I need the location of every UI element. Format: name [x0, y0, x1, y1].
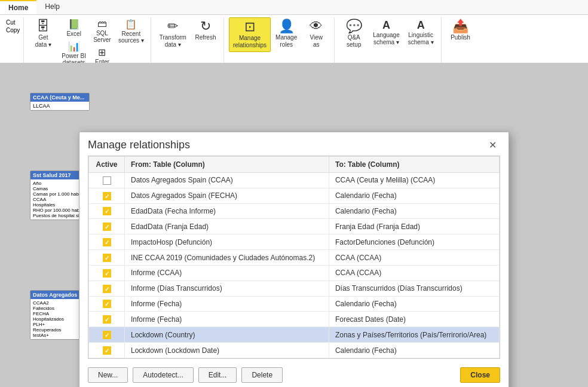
checkbox-checked: ✓	[103, 207, 111, 215]
dialog-title: Manage relationships	[88, 139, 190, 151]
ribbon-tab-bar: Home Help	[0, 0, 588, 15]
checkbox-checked: ✓	[103, 285, 111, 293]
checkbox-checked: ✓	[103, 223, 111, 231]
cell-from: Informe (Fecha)	[125, 296, 329, 312]
cell-from: EdadData (Fecha Informe)	[125, 203, 329, 219]
checkbox-checked: ✓	[103, 315, 111, 324]
cell-to: Calendario (Fecha)	[329, 188, 499, 203]
cell-active[interactable]: ✓	[89, 343, 125, 358]
cell-from: Informe (Días Transcurridos)	[125, 281, 329, 296]
sql-server-button[interactable]: 🗃 SQLServer	[90, 17, 114, 44]
cell-active[interactable]: ✓	[89, 265, 125, 281]
delete-button[interactable]: Delete	[241, 367, 283, 383]
checkbox-checked: ✓	[103, 192, 111, 200]
col-active: Active	[89, 157, 125, 173]
publish-icon: 📤	[452, 20, 468, 33]
manage-roles-icon: 👤	[278, 20, 295, 33]
cut-button[interactable]: Cut	[6, 19, 20, 26]
table-row[interactable]: ✓INE CCAA 2019 (Comunidades y Ciudades A…	[89, 250, 500, 266]
view-as-button[interactable]: 👁 Viewas	[302, 17, 330, 51]
table-row[interactable]: ✓Informe (CCAA)CCAA (CCAA)	[89, 265, 500, 281]
cell-from: Datos Agregados Spain (FECHA)	[125, 188, 329, 203]
linguistic-schema-button[interactable]: A Linguisticschema ▾	[405, 17, 437, 48]
close-button[interactable]: Close	[460, 367, 500, 383]
cell-to: Calendario (Fecha)	[329, 203, 499, 219]
linguistic-icon: A	[417, 20, 425, 31]
table-row[interactable]: ✓EdadData (Fecha Informe)Calendario (Fec…	[89, 203, 500, 219]
footer-right: Close	[460, 367, 500, 383]
qa-setup-button[interactable]: 💬 Q&Asetup	[339, 17, 368, 51]
table-header-row: Active From: Table (Column) To: Table (C…	[89, 157, 500, 173]
cell-to: Calendario (Fecha)	[329, 343, 499, 358]
cell-active[interactable]	[89, 173, 125, 188]
table-row[interactable]: ✓Informe (Días Transcurridos)Días Transc…	[89, 281, 500, 296]
cell-to: Forecast Dates (Date)	[329, 312, 499, 327]
manage-roles-button[interactable]: 👤 Manageroles	[272, 17, 301, 51]
refresh-icon: ↻	[200, 20, 211, 33]
cell-to: CCAA (CCAA)	[329, 250, 499, 266]
cell-active[interactable]: ✓	[89, 312, 125, 327]
table-row[interactable]: ✓ImpactoHosp (Defunción)FactorDefuncione…	[89, 234, 500, 250]
dialog-footer: New... Autodetect... Edit... Delete Clos…	[79, 359, 509, 387]
cell-active[interactable]: ✓	[89, 188, 125, 203]
cell-from: Lockdown (Lockdown Date)	[125, 343, 329, 358]
cell-to: FactorDefunciones (Defunción)	[329, 234, 499, 250]
recent-sources-button[interactable]: 📋 Recentsources ▾	[115, 17, 147, 45]
table-row[interactable]: ✓Informe (Fecha)Forecast Dates (Date)	[89, 312, 500, 327]
checkbox-checked: ✓	[103, 269, 111, 278]
table-row[interactable]: ✓Lockdown (Lockdown Date)Calendario (Fec…	[89, 343, 500, 358]
manage-relationships-button[interactable]: ⊡ Managerelationships	[229, 17, 271, 52]
table-row[interactable]: ✓EdadData (Franja Edad)Franja Edad (Fran…	[89, 219, 500, 234]
checkbox-checked: ✓	[103, 238, 111, 246]
cell-active[interactable]: ✓	[89, 296, 125, 312]
recent-sources-icon: 📋	[125, 19, 137, 30]
table-row[interactable]: Datos Agregados Spain (CCAA)CCAA (Ceuta …	[89, 173, 500, 188]
transform-data-button[interactable]: ✏ Transformdata ▾	[156, 17, 190, 51]
excel-button[interactable]: 📗 Excel	[59, 17, 89, 38]
relationships-table-wrapper[interactable]: Active From: Table (Column) To: Table (C…	[88, 156, 500, 359]
sql-icon: 🗃	[97, 19, 107, 29]
col-from: From: Table (Column)	[125, 157, 329, 173]
autodetect-button[interactable]: Autodetect...	[133, 367, 193, 383]
table-row[interactable]: ✓Informe (Fecha)Calendario (Fecha)	[89, 296, 500, 312]
dialog-close-button[interactable]: ✕	[485, 138, 500, 152]
table-row[interactable]: ✓Lockdown (Country)Zonas y Países/Territ…	[89, 327, 500, 343]
cell-active[interactable]: ✓	[89, 219, 125, 234]
cell-active[interactable]: ✓	[89, 250, 125, 266]
language-schema-button[interactable]: A Languageschema ▾	[369, 17, 403, 48]
col-to: To: Table (Column)	[329, 157, 499, 173]
cell-active[interactable]: ✓	[89, 203, 125, 219]
cell-to: Calendario (Fecha)	[329, 296, 499, 312]
cell-to: Días Transcurridos (Días Transcurridos)	[329, 281, 499, 296]
checkbox-checked: ✓	[103, 331, 111, 339]
dialog-overlay: Manage relationships ✕ Active From: Tabl…	[0, 126, 588, 387]
get-data-button[interactable]: 🗄 Getdata ▾	[29, 17, 57, 51]
table-row[interactable]: ✓Datos Agregados Spain (FECHA)Calendario…	[89, 188, 500, 203]
checkbox-checked: ✓	[103, 300, 111, 308]
edit-button[interactable]: Edit...	[198, 367, 237, 383]
cell-active[interactable]: ✓	[89, 234, 125, 250]
manage-relationships-icon: ⊡	[244, 20, 255, 33]
cell-to: CCAA (CCAA)	[329, 265, 499, 281]
cell-active[interactable]: ✓	[89, 327, 125, 343]
cell-to: Zonas y Países/Territorios (País/Terriro…	[329, 327, 499, 343]
cell-to: Franja Edad (Franja Edad)	[329, 219, 499, 234]
new-button[interactable]: New...	[88, 367, 128, 383]
cell-active[interactable]: ✓	[89, 281, 125, 296]
checkbox-checked: ✓	[103, 254, 111, 262]
checkbox-unchecked	[103, 176, 111, 185]
manage-relationships-dialog: Manage relationships ✕ Active From: Tabl…	[79, 132, 509, 387]
refresh-button[interactable]: ↻ Refresh	[191, 17, 220, 44]
relationships-table: Active From: Table (Column) To: Table (C…	[88, 156, 500, 358]
tab-home[interactable]: Home	[0, 0, 36, 14]
cell-from: Datos Agregados Spain (CCAA)	[125, 173, 329, 188]
cell-from: EdadData (Franja Edad)	[125, 219, 329, 234]
copy-button[interactable]: Copy	[6, 26, 20, 34]
checkbox-checked: ✓	[103, 346, 111, 355]
tab-help[interactable]: Help	[36, 0, 68, 14]
excel-icon: 📗	[68, 19, 80, 30]
data-small-buttons: 📗 Excel 📊 Power BIdatasets	[59, 17, 89, 67]
cell-from: INE CCAA 2019 (Comunidades y Ciudades Au…	[125, 250, 329, 266]
cell-from: Informe (CCAA)	[125, 265, 329, 281]
publish-button[interactable]: 📤 Publish	[446, 17, 475, 44]
